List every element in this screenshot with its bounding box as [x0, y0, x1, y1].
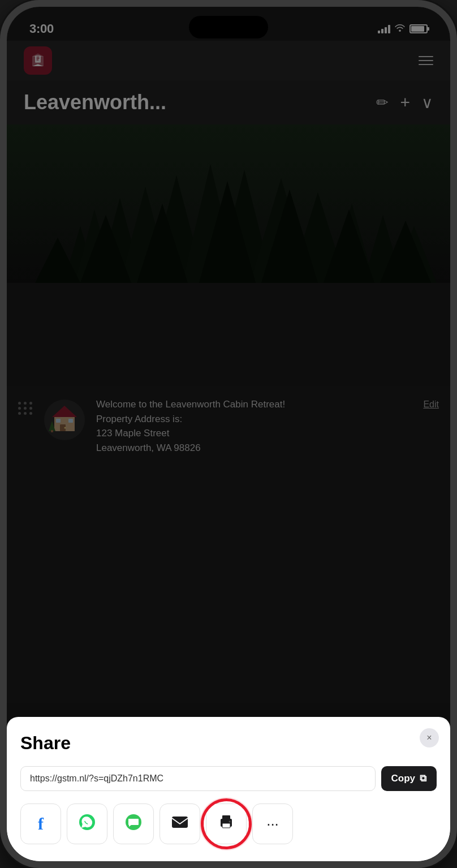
print-icon	[217, 813, 235, 835]
facebook-share-button[interactable]: f	[20, 803, 61, 844]
svg-rect-26	[222, 815, 230, 820]
messages-share-button[interactable]	[113, 803, 154, 844]
phone-frame: 3:00	[0, 0, 457, 868]
phone-screen: 3:00	[7, 7, 450, 861]
messages-icon	[124, 813, 143, 835]
more-icon: ···	[266, 815, 279, 833]
share-close-button[interactable]: ×	[420, 728, 439, 747]
modal-overlay: × Share Copy ⧉ f	[7, 7, 450, 861]
mail-share-button[interactable]	[159, 803, 200, 844]
svg-point-28	[229, 820, 231, 822]
share-url-input[interactable]	[20, 766, 376, 791]
whatsapp-share-button[interactable]	[67, 803, 107, 844]
mail-icon	[171, 813, 189, 835]
copy-label: Copy	[391, 773, 416, 784]
copy-button[interactable]: Copy ⧉	[381, 766, 437, 791]
svg-rect-24	[172, 817, 188, 828]
whatsapp-icon	[78, 813, 96, 835]
share-sheet-title: Share	[20, 733, 437, 754]
copy-icon: ⧉	[420, 773, 426, 784]
svg-rect-27	[222, 823, 230, 828]
share-actions-row: f	[20, 803, 437, 844]
more-share-button[interactable]: ···	[252, 803, 293, 844]
facebook-icon: f	[38, 814, 44, 833]
print-share-button[interactable]	[206, 803, 247, 844]
share-sheet: × Share Copy ⧉ f	[7, 717, 450, 861]
close-icon: ×	[426, 733, 432, 743]
share-url-row: Copy ⧉	[20, 766, 437, 791]
